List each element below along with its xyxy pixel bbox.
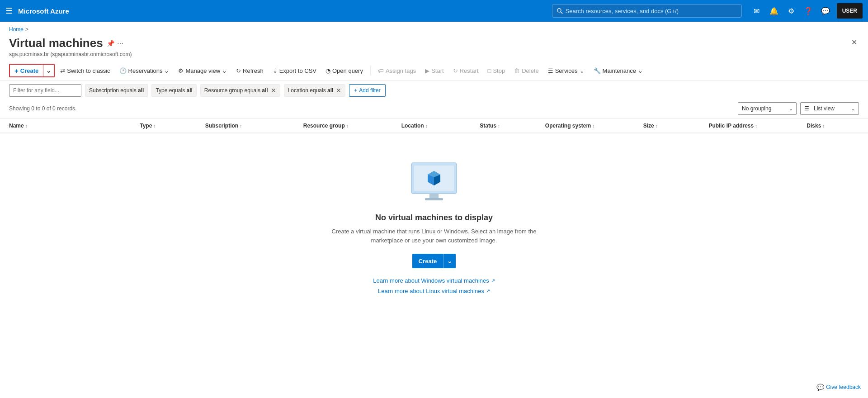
col-os[interactable]: Operating system ↕ xyxy=(545,123,643,129)
reservations-button[interactable]: 🕐 Reservations ⌄ xyxy=(116,64,173,77)
notifications-icon[interactable]: ✉ xyxy=(749,3,764,19)
col-size[interactable]: Size ↕ xyxy=(643,123,709,129)
topbar: ☰ Microsoft Azure Search resources, serv… xyxy=(0,0,868,22)
col-location[interactable]: Location ↕ xyxy=(401,123,480,129)
manage-view-label: Manage view xyxy=(185,67,220,74)
filter-input[interactable] xyxy=(9,84,81,97)
col-type[interactable]: Type ↕ xyxy=(140,123,205,129)
user-label: USER xyxy=(842,8,857,14)
col-public-ip[interactable]: Public IP address ↕ xyxy=(708,123,807,129)
switch-classic-button[interactable]: ⇄ Switch to classic xyxy=(57,64,113,77)
empty-create-chevron[interactable]: ⌄ xyxy=(443,254,456,268)
maintenance-button[interactable]: 🔧 Maintenance ⌄ xyxy=(590,64,646,77)
restart-button[interactable]: ↻ Restart xyxy=(449,64,482,77)
toolbar: + Create ⌄ ⇄ Switch to classic 🕐 Reserva… xyxy=(0,61,868,81)
page-title-icons: 📌 ⋯ xyxy=(107,40,123,47)
filter-tag-resource-group-close[interactable]: ✕ xyxy=(271,87,276,94)
services-button[interactable]: ☰ Services ⌄ xyxy=(544,64,588,77)
col-size-sort: ↕ xyxy=(656,123,658,128)
create-chevron[interactable]: ⌄ xyxy=(43,65,54,76)
col-os-sort: ↕ xyxy=(592,123,594,128)
grouping-controls: No grouping ⌄ ☰ List view ⌄ xyxy=(738,102,859,115)
col-subscription[interactable]: Subscription ↕ xyxy=(205,123,303,129)
view-dropdown[interactable]: ☰ List view ⌄ xyxy=(800,102,859,115)
search-placeholder: Search resources, services, and docs (G+… xyxy=(566,8,679,14)
hamburger-icon[interactable]: ☰ xyxy=(5,6,13,16)
refresh-icon: ↻ xyxy=(236,67,241,74)
svg-rect-8 xyxy=(429,194,439,198)
open-query-label: Open query xyxy=(332,67,363,74)
empty-create-main[interactable]: Create xyxy=(412,254,443,268)
breadcrumb-home[interactable]: Home xyxy=(9,26,24,33)
linux-vm-link[interactable]: Learn more about Linux virtual machines … xyxy=(378,288,490,294)
delete-button[interactable]: 🗑 Delete xyxy=(510,64,542,77)
windows-vm-link-label: Learn more about Windows virtual machine… xyxy=(373,277,489,284)
add-filter-button[interactable]: + Add filter xyxy=(349,84,385,97)
col-type-label: Type xyxy=(140,123,152,129)
delete-label: Delete xyxy=(522,67,539,74)
export-csv-button[interactable]: ⇣ Export to CSV xyxy=(269,64,320,77)
more-icon[interactable]: ⋯ xyxy=(117,40,123,47)
refresh-button[interactable]: ↻ Refresh xyxy=(232,64,267,77)
azure-logo: Microsoft Azure xyxy=(18,7,69,15)
help-icon[interactable]: ❓ xyxy=(801,3,816,19)
linux-vm-link-label: Learn more about Linux virtual machines xyxy=(378,288,484,294)
settings-icon[interactable]: ⚙ xyxy=(783,3,799,19)
feedback-label: Give feedback xyxy=(826,384,861,390)
refresh-label: Refresh xyxy=(243,67,264,74)
filter-tag-resource-group: Resource group equals all ✕ xyxy=(200,84,280,97)
stop-button[interactable]: □ Stop xyxy=(484,64,509,77)
col-location-sort: ↕ xyxy=(425,123,428,128)
switch-classic-label: Switch to classic xyxy=(67,67,110,74)
query-icon: ◔ xyxy=(326,67,330,74)
col-resource-group[interactable]: Resource group ↕ xyxy=(303,123,401,129)
start-label: Start xyxy=(431,67,443,74)
col-type-sort: ↕ xyxy=(153,123,156,128)
filter-tag-subscription: Subscription equals all xyxy=(85,84,148,97)
topbar-icons: ✉ 🔔 ⚙ ❓ 💬 xyxy=(749,3,833,19)
col-disks[interactable]: Disks ↕ xyxy=(807,123,859,129)
records-info: Showing 0 to 0 of 0 records. No grouping… xyxy=(0,100,868,118)
download-icon: ⇣ xyxy=(273,67,278,74)
col-name[interactable]: Name ↕ xyxy=(9,123,140,129)
windows-vm-link[interactable]: Learn more about Windows virtual machine… xyxy=(373,277,495,284)
feedback-topbar-icon[interactable]: 💬 xyxy=(818,3,833,19)
clock-icon: 🕐 xyxy=(119,67,127,74)
feedback-icon: 💬 xyxy=(816,384,824,391)
assign-tags-button[interactable]: 🏷 Assign tags xyxy=(374,64,420,77)
external-link-icon-1: ↗ xyxy=(491,278,495,284)
table-header: Name ↕ Type ↕ Subscription ↕ Resource gr… xyxy=(0,118,868,133)
pin-icon[interactable]: 📌 xyxy=(107,40,114,47)
page-subtitle: sga.pucminas.br (sgapucminasbr.onmicroso… xyxy=(9,51,132,57)
col-public-ip-label: Public IP address xyxy=(708,123,754,129)
col-os-label: Operating system xyxy=(545,123,591,129)
col-size-label: Size xyxy=(643,123,654,129)
col-name-sort: ↕ xyxy=(25,123,28,128)
close-button[interactable]: ✕ xyxy=(849,36,859,48)
switch-icon: ⇄ xyxy=(60,67,65,74)
empty-create-button[interactable]: Create ⌄ xyxy=(412,254,456,268)
add-filter-label: Add filter xyxy=(359,87,380,94)
empty-state: No virtual machines to display Create a … xyxy=(0,133,868,313)
manage-view-button[interactable]: ⚙ Manage view ⌄ xyxy=(175,64,231,77)
col-subscription-label: Subscription xyxy=(205,123,238,129)
user-account[interactable]: USER xyxy=(837,3,863,19)
page-title: Virtual machines xyxy=(9,36,103,50)
col-status[interactable]: Status ↕ xyxy=(480,123,545,129)
restart-label: Restart xyxy=(460,67,479,74)
stop-icon: □ xyxy=(488,67,491,74)
create-button[interactable]: + Create ⌄ xyxy=(9,64,55,77)
toolbar-separator-1 xyxy=(370,66,371,75)
start-button[interactable]: ▶ Start xyxy=(421,64,447,77)
create-button-main[interactable]: + Create xyxy=(10,65,43,76)
export-csv-label: Export to CSV xyxy=(279,67,316,74)
open-query-button[interactable]: ◔ Open query xyxy=(322,64,367,77)
empty-description: Create a virtual machine that runs Linux… xyxy=(326,227,542,245)
give-feedback-button[interactable]: 💬 Give feedback xyxy=(816,384,861,391)
alerts-icon[interactable]: 🔔 xyxy=(766,3,782,19)
add-filter-icon: + xyxy=(354,87,357,94)
search-icon xyxy=(557,8,563,14)
filter-tag-location-close[interactable]: ✕ xyxy=(336,87,341,94)
global-search[interactable]: Search resources, services, and docs (G+… xyxy=(552,4,742,18)
grouping-dropdown[interactable]: No grouping ⌄ xyxy=(738,102,797,115)
